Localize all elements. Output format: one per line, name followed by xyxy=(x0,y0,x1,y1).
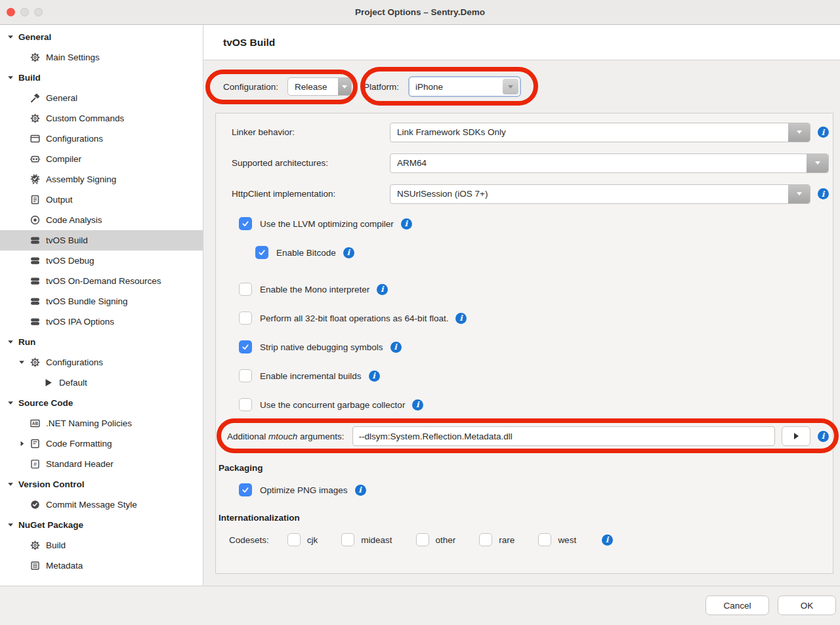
codeset-label: other xyxy=(436,535,456,545)
info-icon[interactable]: i xyxy=(818,188,829,199)
info-icon[interactable]: i xyxy=(377,284,388,295)
sidebar-item-output[interactable]: Output xyxy=(0,190,203,210)
checkbox-checked-icon[interactable] xyxy=(255,246,268,259)
sidebar-item-default[interactable]: Default xyxy=(0,373,203,393)
sidebar-item-tvos-on-demand-resources[interactable]: tvOS On-Demand Resources xyxy=(0,271,203,291)
checkbox-unchecked-icon[interactable] xyxy=(479,533,492,546)
codeset-option-west[interactable]: west xyxy=(538,533,576,546)
doc-dash-icon xyxy=(30,438,41,449)
codeset-option-rare[interactable]: rare xyxy=(479,533,514,546)
sidebar-item-nuget-package[interactable]: NuGet Package xyxy=(0,515,203,535)
sidebar-item-general[interactable]: General xyxy=(0,88,203,108)
chevron-down-icon[interactable] xyxy=(7,33,18,41)
sidebar-item-code-formatting[interactable]: Code Formatting xyxy=(0,433,203,454)
sidebar-item-run[interactable]: Run xyxy=(0,332,203,352)
checkbox-row-use-the-llvm-optimizing-compiler[interactable]: Use the LLVM optimizing compileri xyxy=(216,209,833,238)
checkbox-unchecked-icon[interactable] xyxy=(239,283,252,296)
platform-label: Platform: xyxy=(364,82,399,92)
expand-arguments-button[interactable] xyxy=(782,426,810,446)
checkbox-checked-icon[interactable] xyxy=(239,217,252,230)
chevron-down-icon[interactable] xyxy=(7,338,18,346)
info-icon[interactable]: i xyxy=(355,485,366,496)
sidebar-item-custom-commands[interactable]: Custom Commands xyxy=(0,108,203,129)
window-title: Project Options – Sentry.Demo xyxy=(0,0,840,24)
sidebar-item-label: Configurations xyxy=(46,357,103,367)
info-icon[interactable]: i xyxy=(818,431,829,442)
sidebar-item-metadata[interactable]: Metadata xyxy=(0,555,203,576)
checkbox-row-enable-the-mono-interpreter[interactable]: Enable the Mono interpreteri xyxy=(216,275,833,304)
sidebar-item-main-settings[interactable]: Main Settings xyxy=(0,47,203,68)
checkbox-row-use-the-concurrent-garbage-collector[interactable]: Use the concurrent garbage collectori xyxy=(216,390,833,419)
checkbox-unchecked-icon[interactable] xyxy=(239,312,252,325)
sidebar-item-tvos-ipa-options[interactable]: tvOS IPA Options xyxy=(0,312,203,332)
codeset-label: rare xyxy=(499,535,514,545)
chevron-down-icon[interactable] xyxy=(7,399,18,407)
sidebar-item-configurations[interactable]: Configurations xyxy=(0,352,203,373)
ab-box-icon: AB xyxy=(30,418,41,429)
sidebar-item-source-code[interactable]: Source Code xyxy=(0,393,203,413)
checkbox-checked-icon[interactable] xyxy=(239,483,252,496)
chevron-down-icon[interactable] xyxy=(7,521,18,529)
sidebar-item-general[interactable]: General xyxy=(0,27,203,47)
checkbox-row-enable-incremental-builds[interactable]: Enable incremental buildsi xyxy=(216,361,833,390)
field-label: Supported architectures: xyxy=(232,158,390,168)
codeset-option-mideast[interactable]: mideast xyxy=(341,533,392,546)
checkbox-checked-icon[interactable] xyxy=(239,340,252,353)
sidebar-item-build[interactable]: Build xyxy=(0,535,203,555)
checkbox-unchecked-icon[interactable] xyxy=(239,369,252,382)
chevron-down-icon[interactable] xyxy=(18,358,30,367)
checkbox-unchecked-icon[interactable] xyxy=(341,533,354,546)
chevron-right-icon[interactable] xyxy=(18,439,30,448)
sidebar-item-compiler[interactable]: Compiler xyxy=(0,149,203,169)
info-icon[interactable]: i xyxy=(412,399,423,411)
sidebar-item-version-control[interactable]: Version Control xyxy=(0,474,203,494)
platform-value: iPhone xyxy=(411,82,503,92)
checkbox-unchecked-icon[interactable] xyxy=(239,398,252,411)
info-icon[interactable]: i xyxy=(343,247,354,258)
sidebar-item-label: Build xyxy=(46,540,66,550)
sidebar-item-tvos-build[interactable]: tvOS Build xyxy=(0,230,203,251)
checkbox-row-optimize-png-images[interactable]: Optimize PNG images i xyxy=(216,475,833,504)
codeset-option-cjk[interactable]: cjk xyxy=(287,533,318,546)
checkbox-unchecked-icon[interactable] xyxy=(538,533,551,546)
sidebar-item-tvos-debug[interactable]: tvOS Debug xyxy=(0,251,203,271)
mtouch-arguments-label: Additional mtouch arguments: xyxy=(227,432,345,441)
chevron-down-icon[interactable] xyxy=(7,73,18,82)
info-icon[interactable]: i xyxy=(602,534,613,546)
checkbox-row-enable-bitcode[interactable]: Enable Bitcodei xyxy=(216,238,833,267)
info-icon[interactable]: i xyxy=(390,342,402,353)
sidebar-item-configurations[interactable]: Configurations xyxy=(0,129,203,149)
checkbox-unchecked-icon[interactable] xyxy=(416,533,429,546)
sidebar-item-assembly-signing[interactable]: Assembly Signing xyxy=(0,169,203,190)
ok-button[interactable]: OK xyxy=(778,595,836,615)
mtouch-arguments-input[interactable] xyxy=(352,426,775,446)
sidebar-item-standard-header[interactable]: #Standard Header xyxy=(0,454,203,474)
sidebar-item-commit-message-style[interactable]: Commit Message Style xyxy=(0,494,203,515)
configuration-select[interactable]: Release xyxy=(287,77,352,96)
checkbox-row-strip-native-debugging-symbols[interactable]: Strip native debugging symbolsi xyxy=(216,333,833,361)
sidebar-item-tvos-bundle-signing[interactable]: tvOS Bundle Signing xyxy=(0,291,203,312)
cancel-button[interactable]: Cancel xyxy=(705,595,769,615)
sidebar-item-build[interactable]: Build xyxy=(0,68,203,88)
httpclient-implementation-select[interactable]: NSUrlSession (iOS 7+) xyxy=(390,184,810,204)
checkbox-row-perform-all-32-bit-float-operations-as-64-bit-float[interactable]: Perform all 32-bit float operations as 6… xyxy=(216,304,833,333)
close-button[interactable] xyxy=(7,8,15,16)
linker-behavior-select[interactable]: Link Framework SDKs Only xyxy=(390,123,810,142)
codeset-option-other[interactable]: other xyxy=(416,533,456,546)
field-label: HttpClient implementation: xyxy=(232,189,390,199)
sidebar-item-label: Output xyxy=(46,195,73,205)
info-icon[interactable]: i xyxy=(818,127,829,138)
checkbox-unchecked-icon[interactable] xyxy=(287,533,301,546)
minimize-button[interactable] xyxy=(20,8,29,16)
sidebar-item-label: Assembly Signing xyxy=(46,174,116,184)
chevron-down-icon[interactable] xyxy=(7,480,18,489)
info-icon[interactable]: i xyxy=(455,313,467,324)
platform-select[interactable]: iPhone xyxy=(408,76,521,97)
supported-architectures-select[interactable]: ARM64 xyxy=(390,153,829,173)
sidebar-item-label: .NET Naming Policies xyxy=(46,418,132,428)
info-icon[interactable]: i xyxy=(369,371,380,382)
maximize-button[interactable] xyxy=(34,8,43,16)
sidebar-item-net-naming-policies[interactable]: AB.NET Naming Policies xyxy=(0,413,203,433)
info-icon[interactable]: i xyxy=(401,218,412,230)
sidebar-item-code-analysis[interactable]: Code Analysis xyxy=(0,210,203,230)
